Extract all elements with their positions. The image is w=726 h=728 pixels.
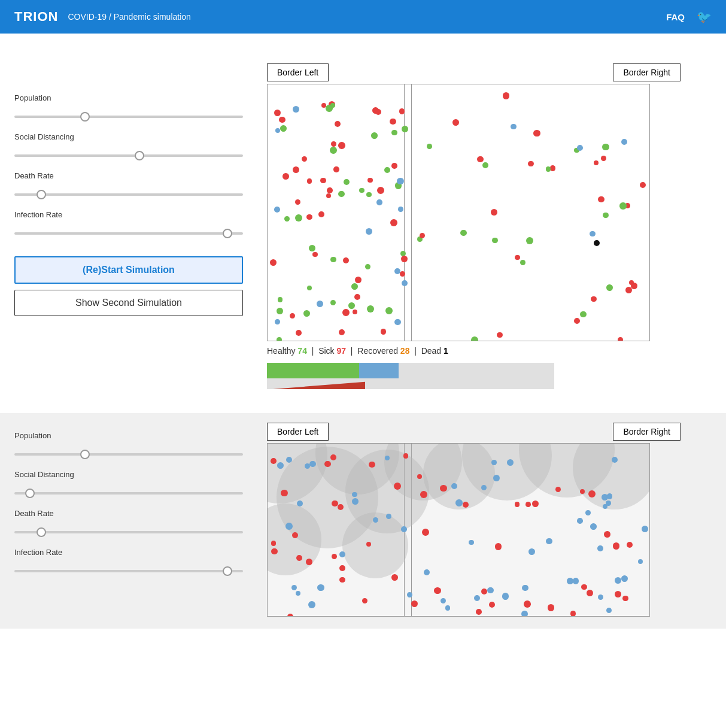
sim-dot (598, 196, 605, 203)
sim-dot (594, 160, 599, 165)
simulation-canvas-2 (267, 443, 650, 617)
sim-dot (598, 594, 603, 600)
sim-dot (482, 162, 488, 168)
sim-dot (293, 166, 299, 173)
sim-dot (621, 139, 627, 145)
sim-dot (277, 337, 282, 341)
sim-dot (445, 605, 450, 610)
sim-dot (318, 211, 324, 217)
infection-rate-slider[interactable] (14, 232, 243, 235)
sim-dot (302, 156, 307, 162)
faq-link[interactable]: FAQ (666, 12, 685, 22)
header-left: TRION COVID-19 / Pandemic simulation (14, 9, 191, 25)
sim-dot (274, 110, 281, 116)
sim-dot (306, 214, 312, 220)
border-labels-1: Border Left Border Right (267, 63, 716, 81)
sim-dot (402, 126, 408, 132)
social-distancing-label: Social Distancing (14, 132, 243, 141)
sim-dot (308, 601, 315, 608)
sim-dot (355, 277, 362, 283)
population-slider-container (14, 107, 243, 123)
border-left-btn-2[interactable]: Border Left (267, 423, 329, 441)
sim-dot (503, 92, 509, 99)
sim-dot (607, 493, 613, 499)
sim-dot (422, 529, 429, 536)
population-slider[interactable] (14, 116, 243, 118)
social-distancing-slider[interactable] (14, 154, 243, 157)
sim-dot (524, 600, 531, 608)
sim-dot (474, 595, 480, 601)
sim-dot (295, 199, 300, 205)
sim-dot (375, 109, 381, 115)
sim-dot (271, 458, 277, 464)
sim-dot (587, 590, 593, 596)
sim-area-1: Border Left Border Right Healthy 74 | Si… (257, 46, 726, 389)
restart-button[interactable]: (Re)Start Simulation (14, 256, 243, 284)
sim-dot (612, 457, 618, 463)
sim-dot (320, 178, 326, 183)
sim-dot (615, 591, 621, 597)
death-rate-slider-2[interactable] (14, 531, 243, 533)
sim-dot (327, 187, 333, 193)
infection-rate-slider-2[interactable] (14, 570, 243, 572)
twitter-icon[interactable]: 🐦 (697, 10, 712, 24)
sim-dot (471, 336, 478, 341)
border-right-btn-2[interactable]: Border Right (613, 423, 681, 441)
header-title: COVID-19 / Pandemic simulation (68, 12, 190, 22)
sim-dot (606, 284, 613, 291)
sim-dot (401, 256, 408, 262)
sim-dot (601, 156, 606, 161)
sim-dot (502, 593, 509, 599)
sim-dot (528, 161, 534, 167)
sim-dot (391, 163, 397, 168)
healthy-label: Healthy (267, 346, 295, 356)
show-second-sim-button[interactable]: Show Second Simulation (14, 290, 243, 316)
sim-dot (622, 596, 628, 601)
left-panel-2: Population Social Distancing Death Rate … (0, 413, 257, 617)
sim-dot (581, 584, 587, 590)
sim-dot (371, 132, 378, 139)
population-slider-2[interactable] (14, 453, 243, 456)
sim-dot (546, 166, 551, 172)
progress-bar-1 (267, 363, 554, 389)
sim-dot (590, 523, 597, 530)
sim-dot (352, 492, 357, 497)
social-distancing-slider-2[interactable] (14, 492, 243, 495)
social-distancing-circle (573, 443, 650, 509)
sim-dot (330, 257, 336, 263)
sim-dot (391, 574, 398, 581)
sim-dot (618, 337, 624, 341)
sim-dot (330, 147, 337, 154)
sim-dot (312, 252, 318, 257)
sim-dot (511, 124, 517, 130)
sim-dot (402, 280, 408, 286)
sim-dot (495, 543, 502, 550)
sim-dot (642, 526, 648, 532)
population-label: Population (14, 93, 243, 102)
sim-dot (497, 332, 502, 338)
left-panel-1: Population Social Distancing Death Rate … (0, 46, 257, 389)
death-rate-slider[interactable] (14, 193, 243, 196)
sim-dot (606, 500, 610, 505)
sim-dot (284, 216, 290, 222)
sim-dot (613, 542, 620, 550)
sim-dot (520, 260, 525, 265)
sim-dot (296, 555, 302, 561)
sim-dot (343, 257, 350, 264)
sim-dot (290, 313, 296, 319)
sim-dot (369, 462, 375, 468)
sim-dot (424, 569, 430, 575)
sim-dot (515, 255, 520, 260)
sim-dot (344, 179, 350, 185)
sim-dot (285, 523, 293, 530)
border-left-btn-1[interactable]: Border Left (267, 63, 329, 81)
border-labels-2: Border Left Border Right (267, 423, 716, 441)
sim-dot (573, 578, 579, 584)
sim-dot (625, 287, 632, 293)
sim-dot (546, 538, 552, 545)
sim-dot (570, 611, 576, 616)
sim-divider-1 (404, 84, 405, 341)
sim-dot (526, 237, 533, 244)
border-right-btn-1[interactable]: Border Right (613, 63, 681, 81)
sim-dot (282, 173, 289, 180)
